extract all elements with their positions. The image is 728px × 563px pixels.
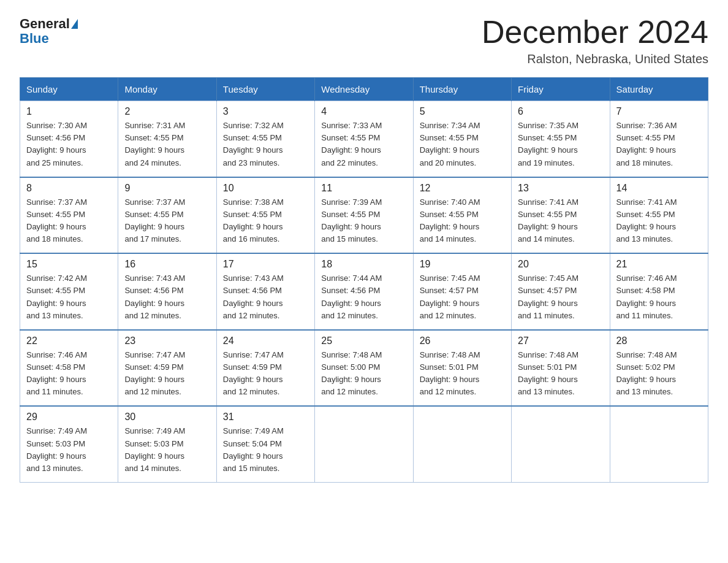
table-row: 10Sunrise: 7:38 AM Sunset: 4:55 PM Dayli…: [216, 177, 314, 254]
table-row: 30Sunrise: 7:49 AM Sunset: 5:03 PM Dayli…: [118, 406, 216, 482]
col-header-sunday: Sunday: [20, 78, 118, 101]
day-info: Sunrise: 7:48 AM Sunset: 5:01 PM Dayligh…: [518, 349, 603, 399]
table-row: 17Sunrise: 7:43 AM Sunset: 4:56 PM Dayli…: [216, 253, 314, 330]
day-info: Sunrise: 7:46 AM Sunset: 4:58 PM Dayligh…: [26, 349, 112, 399]
day-info: Sunrise: 7:36 AM Sunset: 4:55 PM Dayligh…: [616, 120, 702, 169]
day-number: 21: [616, 259, 702, 270]
day-info: Sunrise: 7:41 AM Sunset: 4:55 PM Dayligh…: [518, 196, 603, 246]
calendar-table: SundayMondayTuesdayWednesdayThursdayFrid…: [20, 77, 708, 483]
day-info: Sunrise: 7:43 AM Sunset: 4:56 PM Dayligh…: [124, 272, 210, 322]
day-number: 17: [223, 259, 308, 270]
day-number: 28: [616, 335, 702, 347]
calendar-header-row: SundayMondayTuesdayWednesdayThursdayFrid…: [20, 78, 708, 101]
day-number: 4: [321, 106, 406, 117]
day-info: Sunrise: 7:49 AM Sunset: 5:03 PM Dayligh…: [26, 425, 112, 475]
page-header: General Blue December 2024 Ralston, Nebr…: [20, 15, 708, 66]
day-number: 12: [420, 183, 505, 194]
day-number: 8: [26, 183, 112, 194]
table-row: 31Sunrise: 7:49 AM Sunset: 5:04 PM Dayli…: [216, 406, 314, 482]
table-row: 13Sunrise: 7:41 AM Sunset: 4:55 PM Dayli…: [512, 177, 610, 254]
table-row: 28Sunrise: 7:48 AM Sunset: 5:02 PM Dayli…: [610, 330, 708, 407]
day-info: Sunrise: 7:46 AM Sunset: 4:58 PM Dayligh…: [616, 272, 702, 322]
day-number: 13: [518, 183, 603, 194]
day-number: 2: [124, 106, 210, 117]
day-info: Sunrise: 7:31 AM Sunset: 4:55 PM Dayligh…: [124, 120, 210, 169]
location-subtitle: Ralston, Nebraska, United States: [482, 52, 708, 66]
day-info: Sunrise: 7:45 AM Sunset: 4:57 PM Dayligh…: [518, 272, 603, 322]
day-info: Sunrise: 7:37 AM Sunset: 4:55 PM Dayligh…: [124, 196, 210, 246]
day-number: 22: [26, 335, 112, 347]
day-number: 27: [518, 335, 603, 347]
table-row: 29Sunrise: 7:49 AM Sunset: 5:03 PM Dayli…: [20, 406, 118, 482]
table-row: [413, 406, 511, 482]
day-number: 24: [223, 335, 308, 347]
table-row: 8Sunrise: 7:37 AM Sunset: 4:55 PM Daylig…: [20, 177, 118, 254]
day-info: Sunrise: 7:45 AM Sunset: 4:57 PM Dayligh…: [420, 272, 505, 322]
table-row: 6Sunrise: 7:35 AM Sunset: 4:55 PM Daylig…: [512, 101, 610, 177]
day-info: Sunrise: 7:32 AM Sunset: 4:55 PM Dayligh…: [223, 120, 308, 169]
day-info: Sunrise: 7:43 AM Sunset: 4:56 PM Dayligh…: [223, 272, 308, 322]
day-info: Sunrise: 7:48 AM Sunset: 5:00 PM Dayligh…: [321, 349, 406, 399]
table-row: 1Sunrise: 7:30 AM Sunset: 4:56 PM Daylig…: [20, 101, 118, 177]
table-row: [315, 406, 413, 482]
table-row: 22Sunrise: 7:46 AM Sunset: 4:58 PM Dayli…: [20, 330, 118, 407]
day-number: 26: [420, 335, 505, 347]
day-info: Sunrise: 7:38 AM Sunset: 4:55 PM Dayligh…: [223, 196, 308, 246]
day-info: Sunrise: 7:37 AM Sunset: 4:55 PM Dayligh…: [26, 196, 112, 246]
col-header-saturday: Saturday: [610, 78, 708, 101]
day-number: 20: [518, 259, 603, 270]
day-number: 6: [518, 106, 603, 117]
table-row: [610, 406, 708, 482]
col-header-wednesday: Wednesday: [315, 78, 413, 101]
month-title: December 2024: [482, 15, 708, 50]
table-row: 23Sunrise: 7:47 AM Sunset: 4:59 PM Dayli…: [118, 330, 216, 407]
table-row: 20Sunrise: 7:45 AM Sunset: 4:57 PM Dayli…: [512, 253, 610, 330]
table-row: 21Sunrise: 7:46 AM Sunset: 4:58 PM Dayli…: [610, 253, 708, 330]
logo-general-text: General: [20, 17, 70, 31]
day-number: 14: [616, 183, 702, 194]
table-row: 24Sunrise: 7:47 AM Sunset: 4:59 PM Dayli…: [216, 330, 314, 407]
day-info: Sunrise: 7:47 AM Sunset: 4:59 PM Dayligh…: [223, 349, 308, 399]
day-info: Sunrise: 7:49 AM Sunset: 5:03 PM Dayligh…: [124, 425, 210, 475]
calendar-week-row: 15Sunrise: 7:42 AM Sunset: 4:55 PM Dayli…: [20, 253, 708, 330]
day-info: Sunrise: 7:33 AM Sunset: 4:55 PM Dayligh…: [321, 120, 406, 169]
day-info: Sunrise: 7:48 AM Sunset: 5:01 PM Dayligh…: [420, 349, 505, 399]
day-number: 11: [321, 183, 406, 194]
day-number: 15: [26, 259, 112, 270]
calendar-week-row: 29Sunrise: 7:49 AM Sunset: 5:03 PM Dayli…: [20, 406, 708, 482]
day-number: 23: [124, 335, 210, 347]
day-number: 31: [223, 412, 308, 423]
day-number: 30: [124, 412, 210, 423]
title-area: December 2024 Ralston, Nebraska, United …: [482, 15, 708, 66]
logo-triangle-icon: [71, 19, 78, 29]
table-row: 14Sunrise: 7:41 AM Sunset: 4:55 PM Dayli…: [610, 177, 708, 254]
logo: General Blue: [20, 17, 79, 47]
day-number: 7: [616, 106, 702, 117]
day-number: 25: [321, 335, 406, 347]
day-info: Sunrise: 7:40 AM Sunset: 4:55 PM Dayligh…: [420, 196, 505, 246]
col-header-tuesday: Tuesday: [216, 78, 314, 101]
day-info: Sunrise: 7:35 AM Sunset: 4:55 PM Dayligh…: [518, 120, 603, 169]
table-row: 9Sunrise: 7:37 AM Sunset: 4:55 PM Daylig…: [118, 177, 216, 254]
day-number: 3: [223, 106, 308, 117]
day-info: Sunrise: 7:48 AM Sunset: 5:02 PM Dayligh…: [616, 349, 702, 399]
col-header-thursday: Thursday: [413, 78, 511, 101]
table-row: 18Sunrise: 7:44 AM Sunset: 4:56 PM Dayli…: [315, 253, 413, 330]
day-number: 19: [420, 259, 505, 270]
day-number: 1: [26, 106, 112, 117]
day-number: 5: [420, 106, 505, 117]
day-info: Sunrise: 7:49 AM Sunset: 5:04 PM Dayligh…: [223, 425, 308, 475]
col-header-monday: Monday: [118, 78, 216, 101]
day-number: 10: [223, 183, 308, 194]
day-info: Sunrise: 7:30 AM Sunset: 4:56 PM Dayligh…: [26, 120, 112, 169]
col-header-friday: Friday: [512, 78, 610, 101]
table-row: 2Sunrise: 7:31 AM Sunset: 4:55 PM Daylig…: [118, 101, 216, 177]
table-row: 25Sunrise: 7:48 AM Sunset: 5:00 PM Dayli…: [315, 330, 413, 407]
day-info: Sunrise: 7:39 AM Sunset: 4:55 PM Dayligh…: [321, 196, 406, 246]
table-row: 26Sunrise: 7:48 AM Sunset: 5:01 PM Dayli…: [413, 330, 511, 407]
table-row: [512, 406, 610, 482]
logo-blue-text: Blue: [20, 31, 49, 46]
table-row: 5Sunrise: 7:34 AM Sunset: 4:55 PM Daylig…: [413, 101, 511, 177]
table-row: 12Sunrise: 7:40 AM Sunset: 4:55 PM Dayli…: [413, 177, 511, 254]
day-number: 18: [321, 259, 406, 270]
